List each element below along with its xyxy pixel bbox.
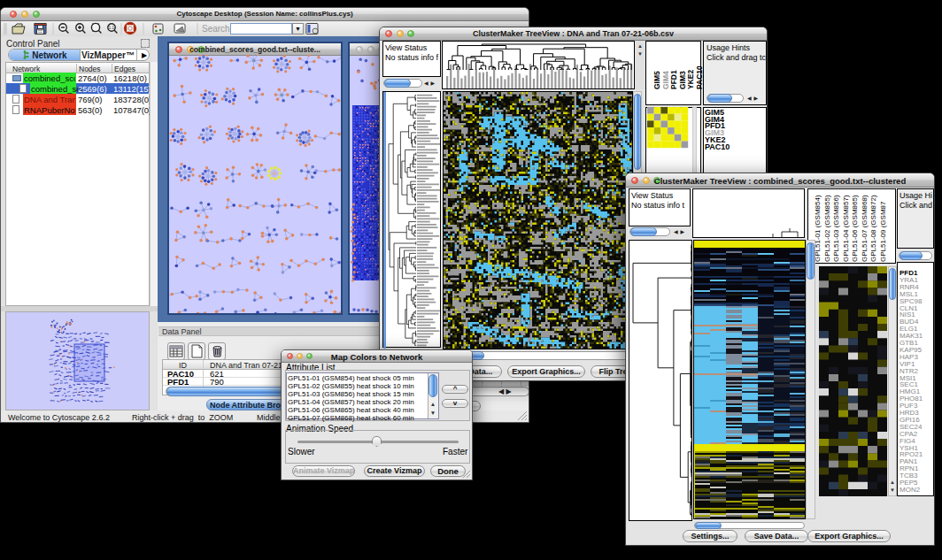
svg-text:1:1: 1:1 — [109, 26, 115, 30]
